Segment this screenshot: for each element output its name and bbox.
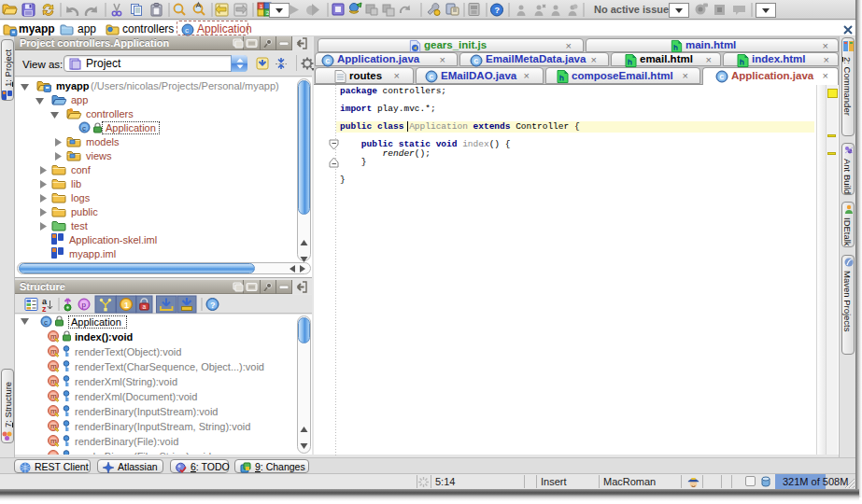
svg-text:?: ? (210, 301, 216, 310)
svg-text:p: p (82, 301, 87, 309)
svg-text:a: a (143, 303, 147, 310)
svg-text:No active issue: No active issue (594, 4, 669, 15)
svg-text:?: ? (495, 6, 501, 15)
svg-text:z: z (42, 304, 47, 314)
svg-text:1: 1 (124, 301, 129, 310)
svg-text:c: c (44, 318, 48, 327)
